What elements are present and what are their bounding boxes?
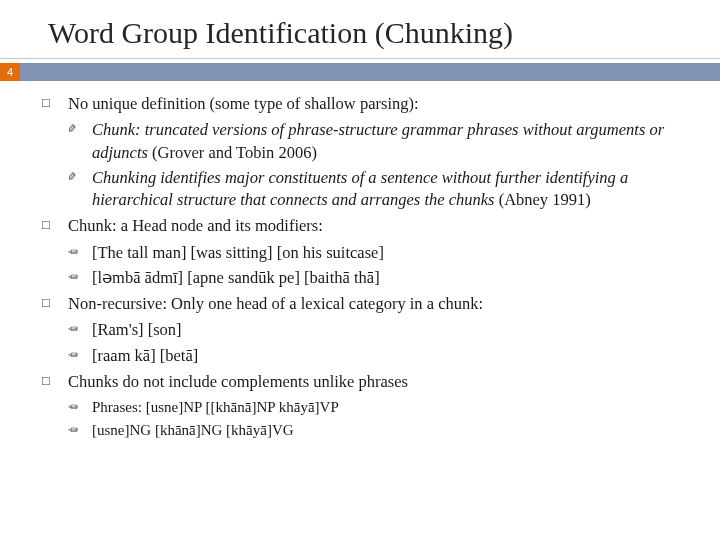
point-2: Chunk: a Head node and its modifiers: [T… xyxy=(42,215,692,289)
bullet-list: No unique definition (some type of shall… xyxy=(42,93,692,441)
point-1-sub-2-cite: (Abney 1991) xyxy=(499,190,591,209)
header-band: 4 xyxy=(0,63,720,81)
point-2-text: Chunk: a Head node and its modifiers: xyxy=(68,216,323,235)
slide: Word Group Identification (Chunking) 4 N… xyxy=(0,0,720,540)
point-1: No unique definition (some type of shall… xyxy=(42,93,692,211)
point-1-sub-1-cite: (Grover and Tobin 2006) xyxy=(152,143,317,162)
point-2-sub-1: [The tall man] [was sitting] [on his sui… xyxy=(68,242,692,264)
point-2-sub-2: [ləmbā ādmī] [apne sandūk pe] [baithā th… xyxy=(68,267,692,289)
slide-title: Word Group Identification (Chunking) xyxy=(0,0,720,59)
point-1-text: No unique definition (some type of shall… xyxy=(68,94,419,113)
point-1-sub-2: Chunking identifies major constituents o… xyxy=(68,167,692,212)
content-area: No unique definition (some type of shall… xyxy=(0,81,720,441)
point-4-text: Chunks do not include complements unlike… xyxy=(68,372,408,391)
point-4-sublist: Phrases: [usne]NP [[khānā]NP khāyā]VP [u… xyxy=(68,397,692,441)
point-1-sub-1: Chunk: truncated versions of phrase-stru… xyxy=(68,119,692,164)
point-3-sub-1: [Ram's] [son] xyxy=(68,319,692,341)
point-4-sub-1: Phrases: [usne]NP [[khānā]NP khāyā]VP xyxy=(68,397,692,417)
point-3: Non-recursive: Only one head of a lexica… xyxy=(42,293,692,367)
point-3-sub-2: [raam kā] [betā] xyxy=(68,345,692,367)
point-2-sublist: [The tall man] [was sitting] [on his sui… xyxy=(68,242,692,290)
point-4: Chunks do not include complements unlike… xyxy=(42,371,692,441)
page-number-badge: 4 xyxy=(0,63,20,81)
accent-band xyxy=(20,63,720,81)
point-1-sublist: Chunk: truncated versions of phrase-stru… xyxy=(68,119,692,211)
point-4-sub-2: [usne]NG [khānā]NG [khāyā]VG xyxy=(68,420,692,440)
point-3-text: Non-recursive: Only one head of a lexica… xyxy=(68,294,483,313)
point-3-sublist: [Ram's] [son] [raam kā] [betā] xyxy=(68,319,692,367)
